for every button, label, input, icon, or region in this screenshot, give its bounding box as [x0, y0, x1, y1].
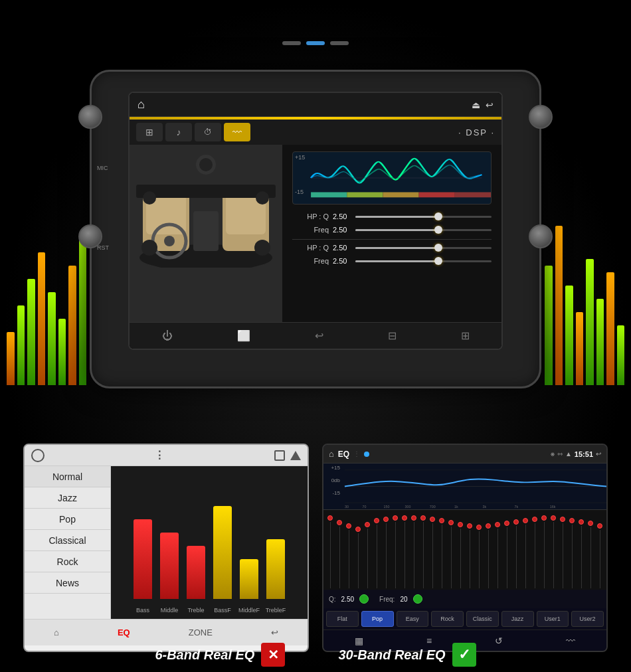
band-6[interactable] [373, 510, 381, 590]
band-23[interactable] [531, 510, 539, 590]
band-24[interactable] [540, 510, 548, 590]
band-5[interactable] [363, 510, 371, 590]
q-green-dot[interactable] [359, 594, 369, 604]
back-icon-30[interactable]: ↩ [596, 450, 601, 458]
band-16[interactable] [466, 510, 474, 590]
eq-bar [48, 292, 56, 385]
preset-jazz[interactable]: Jazz [25, 487, 110, 509]
pagination-dot-1[interactable] [282, 41, 301, 45]
unit-outer: MIC RST ⌂ ⏏ ↩ ⊞ ♪ [90, 70, 541, 388]
eq-6-back[interactable]: ↩ [271, 628, 278, 637]
eq-6-eq-label[interactable]: EQ [118, 628, 130, 637]
nav-tab-sound[interactable]: ♪ [165, 123, 192, 141]
eq-30-title: EQ [338, 450, 349, 459]
preset-normal[interactable]: Normal [25, 466, 110, 487]
band-29[interactable] [586, 510, 594, 590]
band-8[interactable] [391, 510, 399, 590]
band-7[interactable] [382, 510, 390, 590]
home-icon[interactable]: ⌂ [137, 98, 145, 112]
screen: ⌂ ⏏ ↩ ⊞ ♪ ⏱ 〰 [128, 92, 503, 350]
band-9[interactable] [401, 510, 408, 590]
band-14[interactable] [447, 510, 455, 590]
slider-hp-q-2: HP : Q 2.50 [292, 244, 492, 252]
band-2[interactable] [335, 510, 343, 590]
slider-track-4[interactable] [355, 260, 492, 262]
eq-30-home-icon[interactable]: ⌂ [329, 449, 334, 459]
eq-bar [606, 272, 614, 385]
eq-bar [545, 266, 553, 385]
vol-down-icon[interactable]: ⊟ [388, 329, 397, 342]
rst-label: RST [97, 244, 109, 251]
svg-point-14 [143, 191, 156, 205]
band-22[interactable] [521, 510, 529, 590]
vol-up-icon[interactable]: ⊞ [461, 329, 470, 342]
preset-classical[interactable]: Classical [25, 530, 110, 551]
back-icon[interactable]: ↩ [486, 100, 494, 110]
preset-pop[interactable]: Pop [361, 611, 394, 627]
pagination-dot-2[interactable] [306, 41, 325, 45]
band-25[interactable] [549, 510, 557, 590]
nav-tab-time[interactable]: ⏱ [195, 123, 221, 141]
eq-label-text: EQ [118, 628, 130, 637]
knob-right-bottom[interactable] [529, 224, 553, 248]
eq-6-home[interactable]: ⌂ [54, 628, 59, 637]
preset-pop[interactable]: Pop [25, 509, 110, 530]
knob-left-top[interactable] [78, 105, 102, 129]
preset-jazz[interactable]: Jazz [501, 611, 534, 627]
band-17[interactable] [475, 510, 483, 590]
eq-6-zone[interactable]: ZONE [189, 628, 213, 637]
svg-point-13 [254, 240, 270, 256]
slider-track-2[interactable] [355, 229, 492, 231]
eq-bar-bass-label: Bass [136, 607, 149, 614]
band-11[interactable] [419, 510, 427, 590]
preset-flat[interactable]: Flat [326, 611, 359, 627]
eq-bar [617, 325, 625, 385]
preset-news[interactable]: News [25, 572, 110, 594]
band-27[interactable] [568, 510, 576, 590]
power-icon[interactable]: ⏻ [162, 330, 173, 342]
nav-tab-waveform[interactable]: 〰 [224, 123, 250, 141]
slider-track-3[interactable] [355, 247, 492, 249]
home-bottom-icon[interactable]: ⬜ [237, 329, 250, 342]
q-value: 2.50 [341, 596, 354, 603]
band-13[interactable] [438, 510, 446, 590]
eq-30-axis: +15 0db -15 [323, 463, 342, 497]
band-10[interactable] [410, 510, 418, 590]
back-icon-6: ↩ [271, 628, 278, 637]
check-symbol: ✓ [458, 646, 470, 663]
slider-hp-q-1: HP : Q 2.50 [292, 212, 492, 220]
svg-rect-19 [419, 192, 455, 197]
band-12[interactable] [428, 510, 436, 590]
band-4[interactable] [354, 510, 362, 590]
preset-rock[interactable]: Rock [25, 551, 110, 572]
back-bottom-icon[interactable]: ↩ [315, 329, 323, 342]
freq-value: 20 [400, 596, 407, 603]
q-label: Q: [329, 596, 336, 603]
svg-rect-20 [455, 192, 491, 197]
band-28[interactable] [577, 510, 585, 590]
band-3[interactable] [345, 510, 353, 590]
dots-icon: ⋮ [154, 449, 165, 462]
eject-icon[interactable]: ⏏ [472, 100, 480, 110]
knob-right-top[interactable] [529, 105, 553, 129]
preset-user1[interactable]: User1 [537, 611, 569, 627]
band-20[interactable] [503, 510, 511, 590]
preset-rock[interactable]: Rock [431, 611, 464, 627]
eq-bar [68, 266, 76, 385]
freq-green-dot[interactable] [413, 594, 422, 604]
band-1[interactable] [326, 510, 334, 590]
band-26[interactable] [559, 510, 567, 590]
band-15[interactable] [456, 510, 464, 590]
preset-easy[interactable]: Easy [397, 611, 429, 627]
signal-icon: ▲ [565, 450, 572, 458]
nav-tab-eq[interactable]: ⊞ [136, 123, 163, 141]
slider-track-1[interactable] [355, 216, 492, 218]
preset-user2[interactable]: User2 [571, 611, 604, 627]
band-21[interactable] [512, 510, 520, 590]
band-19[interactable] [494, 510, 501, 590]
band-30[interactable] [596, 510, 604, 590]
preset-classic[interactable]: Classic [466, 611, 499, 627]
pagination [282, 41, 349, 45]
pagination-dot-3[interactable] [330, 41, 349, 45]
band-18[interactable] [484, 510, 492, 590]
